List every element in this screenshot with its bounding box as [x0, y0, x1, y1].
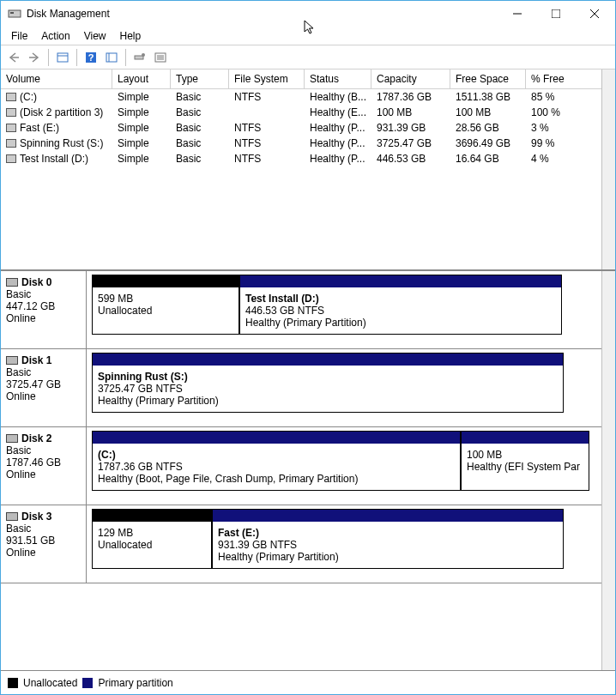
- col-filesystem[interactable]: File System: [229, 70, 305, 88]
- disk-graphical-view[interactable]: Disk 0Basic447.12 GBOnline599 MBUnalloca…: [1, 270, 615, 670]
- menubar: File Action View Help: [1, 27, 615, 45]
- disk-icon: [6, 434, 18, 443]
- volume-icon: [6, 154, 16, 163]
- legend: Unallocated Primary partition: [1, 670, 615, 694]
- partition-header: [213, 510, 563, 522]
- volume-icon: [6, 108, 16, 117]
- col-capacity[interactable]: Capacity: [371, 70, 450, 88]
- disk-info[interactable]: Disk 2Basic1787.46 GBOnline: [1, 427, 87, 505]
- volume-scrollbar[interactable]: [601, 70, 615, 269]
- disk-icon: [6, 278, 18, 287]
- toolbar: ?: [1, 45, 615, 70]
- help-icon[interactable]: ?: [82, 48, 100, 67]
- col-type[interactable]: Type: [171, 70, 229, 88]
- back-button[interactable]: [4, 48, 23, 67]
- col-free[interactable]: Free Space: [450, 70, 526, 88]
- legend-swatch-primary: [82, 678, 93, 688]
- app-icon: [8, 7, 21, 21]
- partition-header: [93, 275, 239, 287]
- svg-rect-1: [10, 12, 14, 14]
- partition-primary[interactable]: 100 MBHealthy (EFI System Par: [461, 431, 589, 491]
- disk-info[interactable]: Disk 3Basic931.51 GBOnline: [1, 505, 87, 583]
- svg-rect-3: [552, 9, 560, 18]
- col-volume[interactable]: Volume: [1, 70, 112, 88]
- partition-header: [93, 510, 211, 522]
- menu-file[interactable]: File: [4, 28, 34, 44]
- disk-row: Disk 1Basic3725.47 GBOnlineSpinning Rust…: [1, 349, 601, 427]
- col-layout[interactable]: Layout: [112, 70, 171, 88]
- toolbar-props-icon[interactable]: [151, 48, 170, 67]
- partition-header: [93, 432, 460, 444]
- legend-swatch-unallocated: [8, 678, 18, 688]
- svg-rect-12: [106, 53, 117, 62]
- close-button[interactable]: [575, 2, 613, 27]
- volume-row[interactable]: (C:)SimpleBasicNTFSHealthy (B...1787.36 …: [1, 89, 601, 105]
- window-title: Disk Management: [27, 8, 498, 20]
- col-pct-free[interactable]: % Free: [526, 70, 590, 88]
- volume-list[interactable]: Volume Layout Type File System Status Ca…: [1, 70, 615, 270]
- volume-row[interactable]: Test Install (D:)SimpleBasicNTFSHealthy …: [1, 151, 601, 166]
- legend-primary: Primary partition: [98, 677, 172, 689]
- partition-header: [240, 275, 561, 287]
- partition-primary[interactable]: (C:)1787.36 GB NTFSHealthy (Boot, Page F…: [92, 431, 461, 491]
- toolbar-view-icon[interactable]: [53, 48, 72, 67]
- toolbar-settings-icon[interactable]: [130, 48, 149, 67]
- disk-row: Disk 0Basic447.12 GBOnline599 MBUnalloca…: [1, 271, 601, 349]
- disk-row: Disk 3Basic931.51 GBOnline129 MBUnalloca…: [1, 505, 601, 583]
- disk-info[interactable]: Disk 1Basic3725.47 GBOnline: [1, 349, 87, 426]
- partition-header: [93, 354, 563, 366]
- svg-rect-14: [135, 56, 143, 59]
- col-status[interactable]: Status: [305, 70, 371, 88]
- partition-header: [462, 432, 589, 444]
- maximize-button[interactable]: [536, 2, 575, 27]
- volume-row[interactable]: (Disk 2 partition 3)SimpleBasicHealthy (…: [1, 105, 601, 120]
- disk-info[interactable]: Disk 0Basic447.12 GBOnline: [1, 271, 87, 348]
- volume-icon: [6, 93, 16, 101]
- disk-icon: [6, 512, 18, 521]
- volume-list-header: Volume Layout Type File System Status Ca…: [1, 70, 601, 89]
- menu-action[interactable]: Action: [34, 28, 76, 44]
- volume-row[interactable]: Spinning Rust (S:)SimpleBasicNTFSHealthy…: [1, 136, 601, 151]
- partition-primary[interactable]: Fast (E:)931.39 GB NTFSHealthy (Primary …: [212, 509, 564, 569]
- svg-rect-8: [57, 53, 68, 62]
- menu-help[interactable]: Help: [113, 28, 148, 44]
- volume-icon: [6, 139, 16, 148]
- volume-row[interactable]: Fast (E:)SimpleBasicNTFSHealthy (P...931…: [1, 120, 601, 136]
- minimize-button[interactable]: [498, 2, 536, 27]
- svg-text:?: ?: [88, 52, 94, 63]
- titlebar[interactable]: Disk Management: [1, 1, 615, 27]
- menu-view[interactable]: View: [77, 28, 113, 44]
- disk-scrollbar[interactable]: [601, 271, 615, 670]
- forward-button[interactable]: [25, 48, 44, 67]
- legend-unallocated: Unallocated: [23, 677, 77, 689]
- toolbar-list-icon[interactable]: [102, 48, 121, 67]
- partition-primary[interactable]: Test Install (D:)446.53 GB NTFSHealthy (…: [239, 275, 562, 335]
- partition-unallocated[interactable]: 129 MBUnallocated: [92, 509, 212, 569]
- svg-point-15: [142, 53, 145, 57]
- volume-icon: [6, 124, 16, 132]
- disk-icon: [6, 356, 18, 365]
- partition-unallocated[interactable]: 599 MBUnallocated: [92, 275, 239, 335]
- disk-row: Disk 2Basic1787.46 GBOnline(C:)1787.36 G…: [1, 427, 601, 505]
- partition-primary[interactable]: Spinning Rust (S:)3725.47 GB NTFSHealthy…: [92, 353, 564, 413]
